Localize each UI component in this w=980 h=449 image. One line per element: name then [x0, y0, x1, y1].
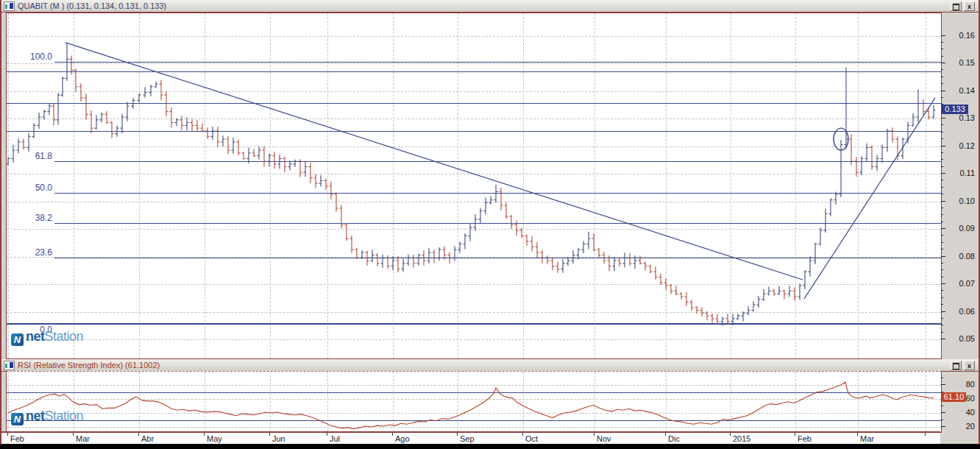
netstation-window: QUABIT (M ) (0.131, 0.134, 0.131, 0.133)…: [0, 0, 980, 449]
month-tick: [522, 433, 523, 436]
netstation-logo-icon: N: [11, 333, 24, 346]
price-level-line[interactable]: [54, 193, 941, 194]
main-chart-title: QUABIT (M ) (0.131, 0.134, 0.131, 0.133): [18, 1, 166, 10]
price-tick: [941, 124, 943, 125]
price-tick: [941, 214, 943, 215]
price-tick-label: 0.05: [950, 334, 975, 343]
price-level-line[interactable]: [7, 71, 941, 72]
price-tick: [941, 132, 943, 132]
month-label: May: [207, 434, 222, 443]
month-tick: [392, 433, 393, 436]
rsi-tick: [941, 426, 945, 427]
chart-icon: [4, 361, 15, 370]
month-tick: [457, 433, 458, 436]
price-tick: [941, 208, 943, 208]
price-tick: [941, 63, 945, 63]
main-chart-titlebar[interactable]: QUABIT (M ) (0.131, 0.134, 0.131, 0.133)…: [0, 0, 980, 13]
price-tick: [941, 249, 943, 250]
price-tick: [941, 187, 943, 188]
fib-level-label: 61.8: [20, 151, 52, 161]
rsi-axis: 20406080 61.10: [941, 371, 980, 431]
month-tick: [857, 433, 858, 436]
restore-button[interactable]: [951, 1, 962, 11]
month-label: Abr: [141, 434, 154, 443]
price-tick: [941, 83, 943, 84]
price-chart-plot[interactable]: 100.061.850.038.223.60.0 NnetStation: [6, 13, 942, 359]
month-label: Jul: [330, 434, 340, 443]
down-ohlc-bars: [22, 56, 931, 324]
price-tick: [941, 242, 943, 243]
logo-text-station: Station: [45, 329, 84, 344]
price-tick-label: 0.13: [950, 113, 975, 122]
price-tick: [941, 166, 943, 167]
month-label: Sep: [460, 434, 475, 443]
month-label: Mar: [860, 434, 874, 443]
price-tick-label: 0.15: [950, 58, 975, 67]
rsi-tick-label: 40: [950, 408, 975, 417]
price-tick: [941, 325, 943, 325]
price-tick: [941, 152, 943, 153]
restore-icon: [953, 4, 959, 10]
bottom-bar: [0, 444, 980, 449]
price-level-line[interactable]: [7, 103, 941, 104]
price-level-line[interactable]: [54, 62, 941, 63]
restore-icon: [953, 363, 959, 370]
rsi-tick: [941, 384, 945, 385]
price-tick: [941, 290, 943, 291]
rsi-titlebar[interactable]: RSI (Relative Strength Index) (61.1002) …: [0, 359, 980, 372]
month-tick: [204, 433, 205, 436]
netstation-logo-icon: N: [11, 413, 24, 425]
netstation-logo: NnetStation: [11, 329, 83, 346]
price-tick-label: 0.06: [950, 307, 975, 316]
netstation-logo: NnetStation: [11, 409, 83, 425]
month-label: Oct: [525, 434, 538, 443]
price-tick-label: 0.10: [950, 197, 975, 205]
price-level-line[interactable]: [7, 323, 941, 325]
price-level-line[interactable]: [54, 258, 941, 258]
price-tick: [941, 263, 943, 264]
price-tick: [941, 311, 945, 312]
close-button[interactable]: x: [964, 1, 975, 11]
rsi-tick-label: 20: [950, 422, 975, 431]
logo-text-station: Station: [45, 409, 84, 423]
last-price-badge: 0.133: [942, 105, 968, 114]
month-label: Feb: [10, 434, 24, 443]
rsi-plot[interactable]: NnetStation: [6, 371, 942, 433]
price-tick: [941, 77, 943, 77]
month-label: Jun: [272, 434, 285, 443]
price-tick: [941, 146, 945, 146]
price-tick: [941, 35, 945, 36]
month-tick: [594, 433, 594, 436]
rsi-tick: [941, 412, 945, 413]
up-ohlc-bars: [7, 43, 936, 326]
price-tick: [941, 159, 943, 160]
price-tick: [941, 42, 943, 43]
price-tick: [941, 235, 943, 236]
fib-level-label: 100.0: [20, 52, 52, 62]
month-tick: [7, 433, 8, 436]
chart-icon: [4, 1, 15, 11]
month-label: Ago: [395, 434, 410, 443]
rsi-restore-button[interactable]: [951, 361, 962, 370]
month-label: Nov: [597, 434, 611, 443]
logo-text-net: net: [26, 409, 45, 423]
price-tick: [941, 283, 945, 284]
price-level-line[interactable]: [54, 223, 941, 224]
rsi-tick: [941, 420, 943, 420]
rsi-tick: [941, 406, 943, 406]
price-tick: [941, 173, 945, 174]
price-level-line[interactable]: [54, 161, 941, 162]
logo-text-net: net: [26, 329, 45, 344]
fib-level-label: 38.2: [20, 213, 52, 223]
price-tick: [941, 97, 943, 98]
price-tick: [941, 269, 943, 270]
month-tick: [925, 433, 926, 436]
price-tick: [941, 49, 943, 49]
rsi-close-button[interactable]: x: [964, 361, 975, 370]
month-label: Feb: [798, 434, 812, 443]
month-tick: [795, 433, 795, 436]
price-tick-label: 0.08: [950, 252, 975, 261]
price-level-line[interactable]: [7, 131, 941, 132]
trendline[interactable]: [804, 98, 935, 299]
price-tick-label: 0.07: [950, 279, 975, 288]
